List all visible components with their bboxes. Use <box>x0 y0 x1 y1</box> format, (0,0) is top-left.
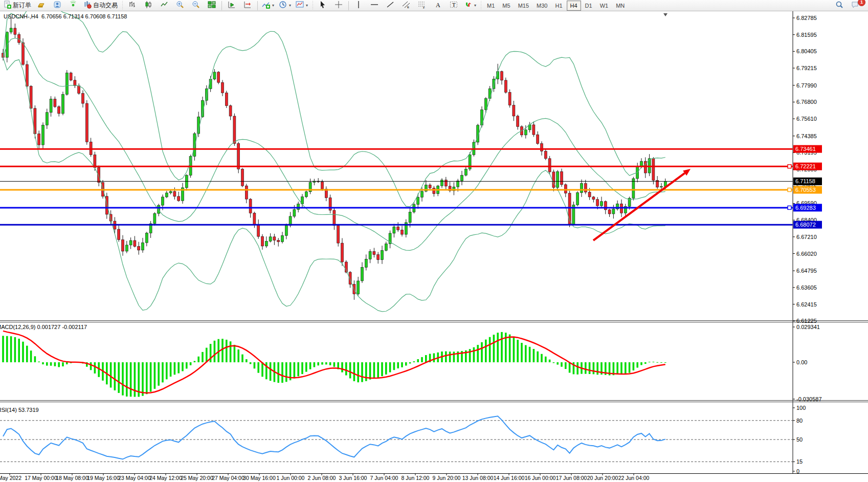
line-chart-button[interactable] <box>157 0 172 11</box>
macd-indicator-label: MACD(12,26,9) 0.001727 -0.002117 <box>0 324 87 330</box>
svg-text:6.62415: 6.62415 <box>796 301 817 308</box>
time-axis-labels: May 202217 May 00:0018 May 08:0019 May 1… <box>0 473 650 481</box>
tab-timeframe-m1[interactable]: M1 <box>483 1 498 11</box>
search-button[interactable] <box>832 0 847 11</box>
arrows-tool-button[interactable]: ▾ <box>462 0 478 11</box>
svg-text:May 2022: May 2022 <box>0 475 21 481</box>
svg-text:17 May 00:00: 17 May 00:00 <box>25 475 57 481</box>
rsi-line <box>3 416 665 459</box>
new-order-button[interactable]: 新订单 <box>1 0 33 11</box>
indicators-icon <box>262 1 270 11</box>
toolbar-grip <box>311 1 314 10</box>
svg-text:6.61225: 6.61225 <box>796 318 817 324</box>
cursor-tool-button[interactable] <box>315 0 330 11</box>
zoom-out-icon <box>192 1 200 11</box>
svg-text:1 Jun 00:00: 1 Jun 00:00 <box>277 475 305 481</box>
periods-button[interactable]: ▾ <box>277 0 293 11</box>
rsi-indicator-label: RSI(14) 53.7319 <box>0 407 39 413</box>
line-anchor-handle[interactable] <box>788 206 791 209</box>
chart-shift-marker[interactable] <box>663 13 667 16</box>
trading-terminal-window: 新订单 自动交易 <box>0 0 868 482</box>
svg-text:0.00: 0.00 <box>796 359 807 365</box>
vertical-line-icon <box>354 1 363 11</box>
tab-timeframe-h4[interactable]: H4 <box>567 1 581 11</box>
text-label-tool-button[interactable]: T <box>446 0 461 11</box>
chevron-down-icon: ▾ <box>289 3 291 8</box>
svg-text:7 Jun 04:00: 7 Jun 04:00 <box>370 475 398 481</box>
algo-trading-icon <box>83 1 92 11</box>
chevron-down-icon: ▾ <box>272 3 274 8</box>
svg-text:6.64795: 6.64795 <box>796 268 817 274</box>
crosshair-icon <box>335 1 343 11</box>
line-anchor-handle[interactable] <box>788 165 791 168</box>
zoom-out-button[interactable] <box>188 0 204 11</box>
indicators-button[interactable]: ▾ <box>260 0 276 11</box>
notifications-button[interactable]: 1 <box>848 0 863 11</box>
trend-arrow[interactable] <box>593 169 691 240</box>
channel-icon: E <box>402 1 410 11</box>
text-icon: A <box>434 1 442 11</box>
signal-button[interactable] <box>65 0 81 11</box>
svg-text:15: 15 <box>796 458 803 465</box>
profile-button[interactable] <box>50 0 65 11</box>
svg-text:T: T <box>452 2 456 8</box>
chart-area[interactable]: 6.827856.815956.804056.792156.779906.768… <box>0 11 868 482</box>
line-anchor-handle[interactable] <box>788 188 791 192</box>
toolbar-grip <box>480 1 482 10</box>
tab-timeframe-m5[interactable]: M5 <box>499 1 514 11</box>
auto-trading-button[interactable]: 自动交易 <box>81 0 120 11</box>
zoom-in-button[interactable] <box>172 0 188 11</box>
candlestick-chart-button[interactable] <box>141 0 156 11</box>
tab-timeframe-d1[interactable]: D1 <box>582 1 596 11</box>
svg-text:0: 0 <box>796 468 799 474</box>
template-button[interactable]: ▾ <box>294 0 310 11</box>
svg-text:8 Jun 12:00: 8 Jun 12:00 <box>402 475 430 481</box>
signal-icon <box>69 1 77 11</box>
rsi-axis-labels: 1008050150 <box>793 405 806 474</box>
arrows-icon <box>464 1 472 11</box>
notification-badge: 1 <box>858 0 865 6</box>
chevron-down-icon: ▾ <box>474 3 476 8</box>
svg-text:50: 50 <box>796 436 803 443</box>
crosshair-tool-button[interactable] <box>331 0 346 11</box>
market-watch-button[interactable] <box>34 0 49 11</box>
toolbar: 新订单 自动交易 <box>0 0 868 11</box>
horizontal-line-tool-button[interactable] <box>367 0 382 11</box>
chart-shift-button[interactable] <box>240 0 255 11</box>
fibonacci-tool-button[interactable]: F <box>414 0 430 11</box>
text-tool-button[interactable]: A <box>430 0 446 11</box>
tab-timeframe-m30[interactable]: M30 <box>533 1 551 11</box>
macd-histogram <box>2 332 666 397</box>
macd-axis-labels: 0.0293410.00-0.030587 <box>793 324 822 402</box>
tab-timeframe-h1[interactable]: H1 <box>551 1 566 11</box>
channel-tool-button[interactable]: E <box>398 0 414 11</box>
candlestick-series <box>2 18 667 300</box>
svg-text:6.81595: 6.81595 <box>796 32 817 38</box>
svg-text:13 Jun 08:00: 13 Jun 08:00 <box>462 475 494 481</box>
tab-timeframe-w1[interactable]: W1 <box>596 1 612 11</box>
chevron-down-icon: ▾ <box>306 3 308 8</box>
svg-text:6.68072: 6.68072 <box>795 222 816 228</box>
periods-icon <box>279 1 287 11</box>
tile-windows-button[interactable] <box>204 0 219 11</box>
trendline-tool-button[interactable] <box>383 0 398 11</box>
svg-text:F: F <box>423 6 425 9</box>
svg-text:30 May 16:00: 30 May 16:00 <box>243 475 276 481</box>
tab-timeframe-mn[interactable]: MN <box>612 1 628 11</box>
svg-text:17 Jun 08:00: 17 Jun 08:00 <box>556 475 587 481</box>
profile-icon <box>53 1 61 11</box>
zoom-in-icon <box>176 1 184 11</box>
trendline-icon <box>386 1 394 11</box>
chart-title: USDCNH-,H4 6.70656 6.71314 6.70608 6.711… <box>4 13 127 19</box>
auto-scroll-button[interactable] <box>224 0 239 11</box>
vertical-line-tool-button[interactable] <box>351 0 366 11</box>
bar-chart-button[interactable] <box>125 0 140 11</box>
svg-text:22 Jun 04:00: 22 Jun 04:00 <box>618 475 650 481</box>
chart-symbol-period: USDCNH-,H4 <box>4 13 38 19</box>
svg-text:6.80405: 6.80405 <box>796 48 817 54</box>
tile-windows-icon <box>208 1 216 11</box>
tab-timeframe-m15[interactable]: M15 <box>515 1 532 11</box>
svg-text:6.71158: 6.71158 <box>795 178 815 184</box>
fibonacci-icon: F <box>418 1 426 11</box>
toolbar-separator <box>257 1 258 10</box>
